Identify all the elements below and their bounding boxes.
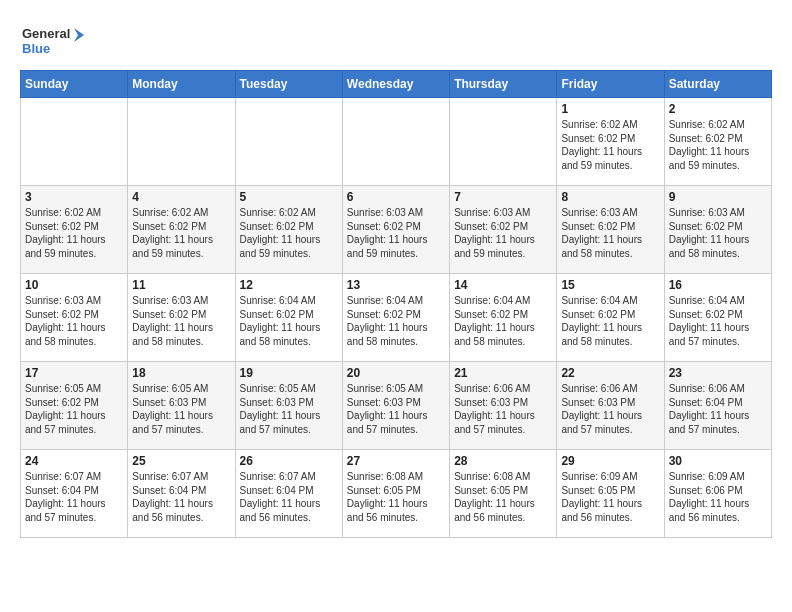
- weekday-row: SundayMondayTuesdayWednesdayThursdayFrid…: [21, 71, 772, 98]
- weekday-header-friday: Friday: [557, 71, 664, 98]
- calendar-cell: 6Sunrise: 6:03 AM Sunset: 6:02 PM Daylig…: [342, 186, 449, 274]
- calendar-cell: 13Sunrise: 6:04 AM Sunset: 6:02 PM Dayli…: [342, 274, 449, 362]
- calendar-cell: 27Sunrise: 6:08 AM Sunset: 6:05 PM Dayli…: [342, 450, 449, 538]
- day-number: 2: [669, 102, 767, 116]
- day-number: 6: [347, 190, 445, 204]
- day-number: 14: [454, 278, 552, 292]
- day-info: Sunrise: 6:03 AM Sunset: 6:02 PM Dayligh…: [25, 294, 123, 348]
- calendar-header: SundayMondayTuesdayWednesdayThursdayFrid…: [21, 71, 772, 98]
- day-info: Sunrise: 6:06 AM Sunset: 6:04 PM Dayligh…: [669, 382, 767, 436]
- weekday-header-saturday: Saturday: [664, 71, 771, 98]
- calendar-cell: 24Sunrise: 6:07 AM Sunset: 6:04 PM Dayli…: [21, 450, 128, 538]
- day-number: 24: [25, 454, 123, 468]
- day-info: Sunrise: 6:04 AM Sunset: 6:02 PM Dayligh…: [561, 294, 659, 348]
- calendar-cell: 18Sunrise: 6:05 AM Sunset: 6:03 PM Dayli…: [128, 362, 235, 450]
- day-info: Sunrise: 6:06 AM Sunset: 6:03 PM Dayligh…: [561, 382, 659, 436]
- day-info: Sunrise: 6:04 AM Sunset: 6:02 PM Dayligh…: [347, 294, 445, 348]
- day-number: 13: [347, 278, 445, 292]
- day-number: 17: [25, 366, 123, 380]
- calendar-cell: 2Sunrise: 6:02 AM Sunset: 6:02 PM Daylig…: [664, 98, 771, 186]
- calendar-body: 1Sunrise: 6:02 AM Sunset: 6:02 PM Daylig…: [21, 98, 772, 538]
- day-number: 23: [669, 366, 767, 380]
- day-info: Sunrise: 6:03 AM Sunset: 6:02 PM Dayligh…: [669, 206, 767, 260]
- week-row-1: 1Sunrise: 6:02 AM Sunset: 6:02 PM Daylig…: [21, 98, 772, 186]
- weekday-header-monday: Monday: [128, 71, 235, 98]
- calendar-cell: 15Sunrise: 6:04 AM Sunset: 6:02 PM Dayli…: [557, 274, 664, 362]
- day-info: Sunrise: 6:05 AM Sunset: 6:03 PM Dayligh…: [240, 382, 338, 436]
- day-number: 22: [561, 366, 659, 380]
- day-info: Sunrise: 6:02 AM Sunset: 6:02 PM Dayligh…: [669, 118, 767, 172]
- day-number: 30: [669, 454, 767, 468]
- calendar-cell: 4Sunrise: 6:02 AM Sunset: 6:02 PM Daylig…: [128, 186, 235, 274]
- day-number: 1: [561, 102, 659, 116]
- svg-text:General: General: [22, 26, 70, 41]
- calendar-cell: 20Sunrise: 6:05 AM Sunset: 6:03 PM Dayli…: [342, 362, 449, 450]
- weekday-header-tuesday: Tuesday: [235, 71, 342, 98]
- day-number: 16: [669, 278, 767, 292]
- calendar-cell: 22Sunrise: 6:06 AM Sunset: 6:03 PM Dayli…: [557, 362, 664, 450]
- day-number: 11: [132, 278, 230, 292]
- week-row-3: 10Sunrise: 6:03 AM Sunset: 6:02 PM Dayli…: [21, 274, 772, 362]
- calendar-cell: 26Sunrise: 6:07 AM Sunset: 6:04 PM Dayli…: [235, 450, 342, 538]
- day-info: Sunrise: 6:02 AM Sunset: 6:02 PM Dayligh…: [561, 118, 659, 172]
- calendar-cell: [21, 98, 128, 186]
- calendar-table: SundayMondayTuesdayWednesdayThursdayFrid…: [20, 70, 772, 538]
- calendar-cell: 29Sunrise: 6:09 AM Sunset: 6:05 PM Dayli…: [557, 450, 664, 538]
- page-header: GeneralBlue: [20, 20, 772, 60]
- calendar-cell: 21Sunrise: 6:06 AM Sunset: 6:03 PM Dayli…: [450, 362, 557, 450]
- calendar-cell: 1Sunrise: 6:02 AM Sunset: 6:02 PM Daylig…: [557, 98, 664, 186]
- day-info: Sunrise: 6:02 AM Sunset: 6:02 PM Dayligh…: [132, 206, 230, 260]
- day-number: 9: [669, 190, 767, 204]
- calendar-cell: 3Sunrise: 6:02 AM Sunset: 6:02 PM Daylig…: [21, 186, 128, 274]
- day-info: Sunrise: 6:07 AM Sunset: 6:04 PM Dayligh…: [25, 470, 123, 524]
- day-number: 26: [240, 454, 338, 468]
- day-number: 20: [347, 366, 445, 380]
- svg-text:Blue: Blue: [22, 41, 50, 56]
- day-number: 3: [25, 190, 123, 204]
- day-number: 12: [240, 278, 338, 292]
- weekday-header-wednesday: Wednesday: [342, 71, 449, 98]
- day-info: Sunrise: 6:03 AM Sunset: 6:02 PM Dayligh…: [454, 206, 552, 260]
- day-info: Sunrise: 6:04 AM Sunset: 6:02 PM Dayligh…: [240, 294, 338, 348]
- day-number: 21: [454, 366, 552, 380]
- day-number: 19: [240, 366, 338, 380]
- day-number: 7: [454, 190, 552, 204]
- calendar-cell: 10Sunrise: 6:03 AM Sunset: 6:02 PM Dayli…: [21, 274, 128, 362]
- day-number: 5: [240, 190, 338, 204]
- calendar-cell: [342, 98, 449, 186]
- week-row-2: 3Sunrise: 6:02 AM Sunset: 6:02 PM Daylig…: [21, 186, 772, 274]
- weekday-header-sunday: Sunday: [21, 71, 128, 98]
- svg-marker-2: [74, 28, 84, 42]
- calendar-cell: 30Sunrise: 6:09 AM Sunset: 6:06 PM Dayli…: [664, 450, 771, 538]
- calendar-cell: 16Sunrise: 6:04 AM Sunset: 6:02 PM Dayli…: [664, 274, 771, 362]
- week-row-5: 24Sunrise: 6:07 AM Sunset: 6:04 PM Dayli…: [21, 450, 772, 538]
- day-number: 18: [132, 366, 230, 380]
- day-number: 29: [561, 454, 659, 468]
- calendar-cell: 9Sunrise: 6:03 AM Sunset: 6:02 PM Daylig…: [664, 186, 771, 274]
- day-info: Sunrise: 6:03 AM Sunset: 6:02 PM Dayligh…: [132, 294, 230, 348]
- day-info: Sunrise: 6:04 AM Sunset: 6:02 PM Dayligh…: [669, 294, 767, 348]
- day-number: 10: [25, 278, 123, 292]
- calendar-cell: 5Sunrise: 6:02 AM Sunset: 6:02 PM Daylig…: [235, 186, 342, 274]
- calendar-cell: 17Sunrise: 6:05 AM Sunset: 6:02 PM Dayli…: [21, 362, 128, 450]
- day-info: Sunrise: 6:02 AM Sunset: 6:02 PM Dayligh…: [25, 206, 123, 260]
- day-number: 15: [561, 278, 659, 292]
- calendar-cell: [235, 98, 342, 186]
- day-number: 27: [347, 454, 445, 468]
- calendar-cell: 14Sunrise: 6:04 AM Sunset: 6:02 PM Dayli…: [450, 274, 557, 362]
- day-info: Sunrise: 6:05 AM Sunset: 6:02 PM Dayligh…: [25, 382, 123, 436]
- day-info: Sunrise: 6:09 AM Sunset: 6:06 PM Dayligh…: [669, 470, 767, 524]
- weekday-header-thursday: Thursday: [450, 71, 557, 98]
- calendar-cell: 11Sunrise: 6:03 AM Sunset: 6:02 PM Dayli…: [128, 274, 235, 362]
- day-info: Sunrise: 6:03 AM Sunset: 6:02 PM Dayligh…: [347, 206, 445, 260]
- day-info: Sunrise: 6:02 AM Sunset: 6:02 PM Dayligh…: [240, 206, 338, 260]
- day-number: 4: [132, 190, 230, 204]
- calendar-cell: 23Sunrise: 6:06 AM Sunset: 6:04 PM Dayli…: [664, 362, 771, 450]
- calendar-cell: 8Sunrise: 6:03 AM Sunset: 6:02 PM Daylig…: [557, 186, 664, 274]
- calendar-cell: 12Sunrise: 6:04 AM Sunset: 6:02 PM Dayli…: [235, 274, 342, 362]
- day-number: 8: [561, 190, 659, 204]
- calendar-cell: 28Sunrise: 6:08 AM Sunset: 6:05 PM Dayli…: [450, 450, 557, 538]
- day-info: Sunrise: 6:08 AM Sunset: 6:05 PM Dayligh…: [454, 470, 552, 524]
- calendar-cell: 25Sunrise: 6:07 AM Sunset: 6:04 PM Dayli…: [128, 450, 235, 538]
- day-info: Sunrise: 6:08 AM Sunset: 6:05 PM Dayligh…: [347, 470, 445, 524]
